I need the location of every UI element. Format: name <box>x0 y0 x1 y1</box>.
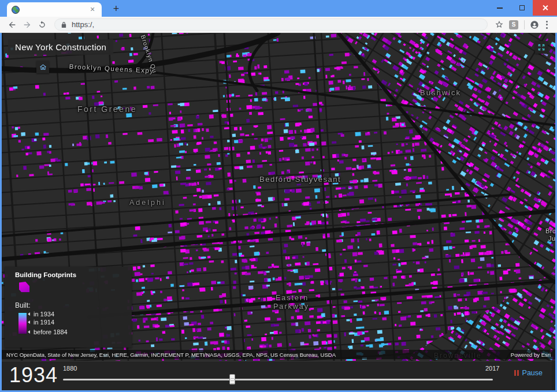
tick-marker-icon <box>28 320 30 324</box>
slider-thumb[interactable] <box>229 374 235 384</box>
window-minimize-button[interactable] <box>489 0 511 16</box>
url-text: https:/, <box>72 20 94 29</box>
slider-track[interactable] <box>63 379 493 380</box>
close-icon <box>542 5 548 11</box>
attribution-text: NYC OpenData, State of New Jersey, Esri,… <box>6 352 336 358</box>
legend-entry: in 1914 <box>28 319 54 326</box>
attribution-bar: NYC OpenData, State of New Jersey, Esri,… <box>2 350 555 359</box>
new-tab-button[interactable]: + <box>109 2 124 15</box>
legend-entry: before 1884 <box>28 328 68 335</box>
powered-by-esri: Powered by Esri <box>511 352 551 358</box>
page-content: Brooklyn Queens ExpyBrooklyn QuFort Gree… <box>0 33 557 392</box>
map-title: New York Construction <box>8 39 113 55</box>
legend-title: Building Footprints <box>15 271 76 278</box>
forward-arrow-icon <box>23 20 32 29</box>
time-slider-bar: 1934 1880 2017 Pause <box>2 361 552 390</box>
legend-footprint-swatch <box>19 282 29 292</box>
legend-color-ramp <box>18 313 27 334</box>
reload-icon <box>38 20 47 29</box>
back-button[interactable] <box>5 18 20 32</box>
legend-entry: in 1934 <box>28 311 54 318</box>
reload-button[interactable] <box>35 18 50 32</box>
pause-label: Pause <box>522 369 543 377</box>
window-close-button[interactable] <box>533 0 557 16</box>
map-view[interactable]: Brooklyn Queens ExpyBrooklyn QuFort Gree… <box>2 33 555 361</box>
legend-entry-label: before 1884 <box>34 328 68 335</box>
profile-button[interactable] <box>528 18 541 32</box>
toolbar-divider <box>524 20 525 29</box>
star-icon <box>495 20 504 29</box>
address-bar[interactable]: https:/, <box>54 18 488 31</box>
browser-tab[interactable]: × <box>7 2 102 17</box>
legend-entry-label: in 1914 <box>34 319 54 326</box>
expand-icon <box>537 43 545 51</box>
tick-marker-icon <box>28 330 30 334</box>
browser-window: × + https:/, S <box>0 0 557 392</box>
window-controls <box>489 0 557 16</box>
bookmark-star-button[interactable] <box>492 18 506 32</box>
browser-menu-button[interactable] <box>541 18 552 31</box>
globe-favicon-icon <box>12 6 20 14</box>
home-button[interactable] <box>36 61 49 73</box>
profile-icon <box>530 20 539 29</box>
home-icon <box>39 63 47 72</box>
pause-icon <box>514 370 519 376</box>
browser-toolbar: https:/, S <box>0 17 557 33</box>
tab-close-icon[interactable]: × <box>88 5 97 14</box>
legend-entries: in 1934 in 1914 before 1884 <box>28 311 126 336</box>
minimize-icon <box>497 8 503 9</box>
lock-icon <box>61 21 67 28</box>
extension-badge[interactable]: S <box>509 20 518 29</box>
legend-entry-label: in 1934 <box>34 311 54 318</box>
back-arrow-icon <box>8 20 17 29</box>
browser-titlebar: × + <box>0 0 557 17</box>
legend-panel: Building Footprints Built: in 1934 in 19… <box>5 267 132 348</box>
tick-marker-icon <box>28 312 30 316</box>
forward-button[interactable] <box>20 18 35 32</box>
max-year-label: 2017 <box>485 365 499 372</box>
pause-button[interactable]: Pause <box>514 369 543 377</box>
maximize-icon <box>519 5 525 10</box>
min-year-label: 1880 <box>63 365 77 372</box>
legend-built-label: Built: <box>15 301 31 309</box>
window-maximize-button[interactable] <box>511 0 533 16</box>
fullscreen-button[interactable] <box>535 41 548 54</box>
current-year-display: 1934 <box>9 363 58 387</box>
